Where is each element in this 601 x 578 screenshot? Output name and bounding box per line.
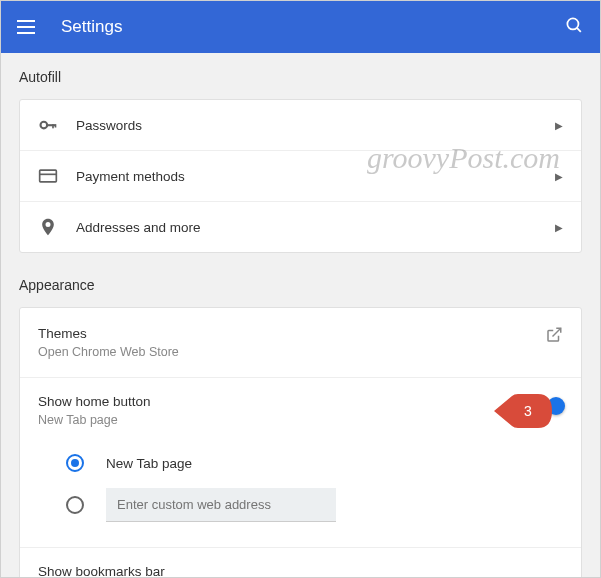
radio-custom-row[interactable] xyxy=(66,487,563,523)
addresses-label: Addresses and more xyxy=(76,220,555,235)
chevron-right-icon: ▶ xyxy=(555,120,563,131)
svg-point-2 xyxy=(41,122,48,129)
svg-rect-6 xyxy=(40,170,57,182)
show-home-toggle[interactable] xyxy=(533,400,563,414)
content-scroll[interactable]: Autofill Passwords ▶ Payment methods ▶ xyxy=(1,53,600,577)
show-bookmarks-label: Show bookmarks bar xyxy=(38,564,165,577)
payment-label: Payment methods xyxy=(76,169,555,184)
themes-sub: Open Chrome Web Store xyxy=(38,345,545,359)
autofill-section: Autofill Passwords ▶ Payment methods ▶ xyxy=(1,53,600,261)
addresses-row[interactable]: Addresses and more ▶ xyxy=(20,202,581,252)
radio-custom[interactable] xyxy=(66,496,84,514)
home-radio-group: New Tab page xyxy=(38,445,563,523)
autofill-card: Passwords ▶ Payment methods ▶ Addresses … xyxy=(19,99,582,253)
section-title-appearance: Appearance xyxy=(19,277,582,293)
menu-icon[interactable] xyxy=(17,15,41,39)
appearance-section: Appearance Themes Open Chrome Web Store … xyxy=(1,261,600,577)
chevron-right-icon: ▶ xyxy=(555,171,563,182)
show-home-button-row: Show home button New Tab page New Tab pa… xyxy=(20,378,581,548)
card-icon xyxy=(38,166,76,186)
show-home-title: Show home button xyxy=(38,394,533,409)
settings-header: Settings xyxy=(1,1,600,53)
show-bookmarks-row[interactable]: Show bookmarks bar xyxy=(20,548,581,577)
svg-point-0 xyxy=(567,18,578,29)
themes-row[interactable]: Themes Open Chrome Web Store xyxy=(20,308,581,378)
svg-rect-4 xyxy=(52,124,54,128)
svg-line-1 xyxy=(577,27,581,31)
svg-rect-3 xyxy=(46,124,55,126)
chevron-right-icon: ▶ xyxy=(555,222,563,233)
radio-newtab-label: New Tab page xyxy=(106,456,192,471)
radio-newtab[interactable] xyxy=(66,454,84,472)
payment-row[interactable]: Payment methods ▶ xyxy=(20,151,581,202)
show-home-sub: New Tab page xyxy=(38,413,533,427)
key-icon xyxy=(38,115,76,135)
section-title-autofill: Autofill xyxy=(19,69,582,85)
page-title: Settings xyxy=(61,17,565,37)
passwords-label: Passwords xyxy=(76,118,555,133)
svg-rect-5 xyxy=(55,124,57,127)
passwords-row[interactable]: Passwords ▶ xyxy=(20,100,581,151)
appearance-card: Themes Open Chrome Web Store Show home b… xyxy=(19,307,582,577)
external-link-icon[interactable] xyxy=(545,326,563,348)
radio-newtab-row[interactable]: New Tab page xyxy=(66,445,563,481)
location-icon xyxy=(38,217,76,237)
custom-url-input[interactable] xyxy=(106,488,336,522)
search-icon[interactable] xyxy=(565,16,584,39)
themes-title: Themes xyxy=(38,326,545,341)
